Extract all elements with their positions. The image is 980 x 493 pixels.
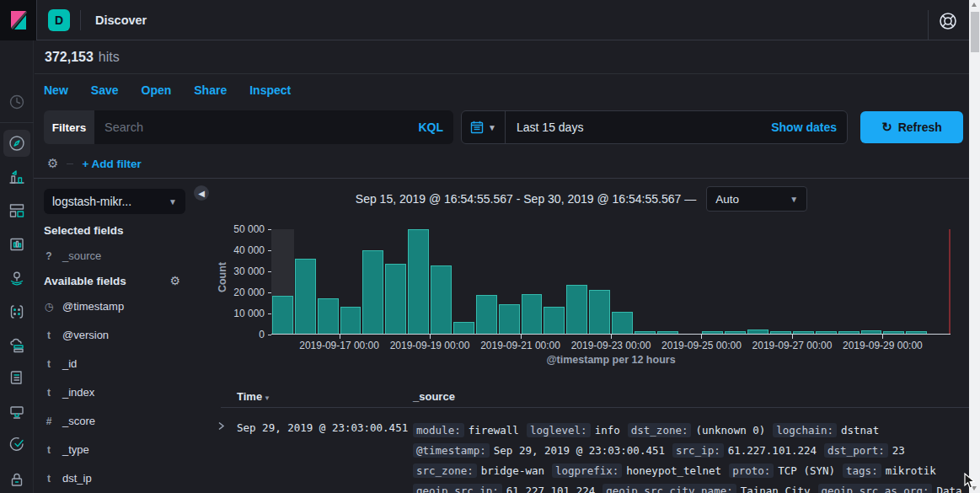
source-field-key: dst_zone: xyxy=(628,423,692,437)
new-button[interactable]: New xyxy=(44,83,68,97)
interval-select[interactable]: Auto ▼ xyxy=(706,186,807,212)
histogram-bar[interactable] xyxy=(544,307,565,334)
histogram-plot[interactable] xyxy=(271,229,951,335)
index-pattern-select[interactable]: logstash-mikr... ▼ xyxy=(44,189,185,214)
source-line: @timestamp:Sep 29, 2019 @ 23:03:00.451sr… xyxy=(413,440,966,460)
sidebar-item-visualize[interactable] xyxy=(3,163,30,190)
histogram-bar[interactable] xyxy=(340,307,361,334)
field-type-icon: # xyxy=(44,415,54,427)
time-range-value[interactable]: Last 15 days xyxy=(506,121,771,134)
kibana-logo-icon xyxy=(8,10,29,30)
field-item-dst_ip[interactable]: tdst_ip xyxy=(44,472,92,485)
sidebar-item-discover[interactable] xyxy=(3,130,30,157)
histogram-bar[interactable] xyxy=(589,290,610,334)
histogram-bar[interactable] xyxy=(657,331,678,334)
recently-viewed-icon[interactable] xyxy=(3,88,30,115)
sidebar-item-maps[interactable] xyxy=(3,265,30,292)
histogram-bar[interactable] xyxy=(861,330,882,334)
chevron-down-icon: ▼ xyxy=(488,123,496,132)
add-filter-button[interactable]: + Add filter xyxy=(82,158,141,170)
expand-row-chevron[interactable] xyxy=(217,421,227,431)
field-item-_score[interactable]: #_score xyxy=(44,415,95,427)
inspect-button[interactable]: Inspect xyxy=(249,83,291,97)
discover-app-badge[interactable]: D xyxy=(48,9,70,31)
histogram-bar[interactable] xyxy=(612,312,633,334)
histogram-bar[interactable] xyxy=(635,331,656,334)
sidebar-item-uptime[interactable] xyxy=(3,431,30,458)
field-settings-gear-icon[interactable]: ⚙ xyxy=(169,274,180,287)
sidebar-item-apm[interactable] xyxy=(3,399,30,426)
histogram-bar[interactable] xyxy=(318,298,339,334)
source-field-value: (unknown 0) xyxy=(695,424,765,437)
field-item-_source[interactable]: ?_source xyxy=(44,249,101,262)
histogram-bar[interactable] xyxy=(453,322,474,334)
histogram-bar[interactable] xyxy=(522,294,543,334)
field-item-_id[interactable]: t_id xyxy=(44,357,77,370)
histogram-bar[interactable] xyxy=(476,295,497,334)
source-field-key: logchain: xyxy=(773,423,837,437)
histogram-bar[interactable] xyxy=(566,285,587,334)
field-item-@version[interactable]: t@version xyxy=(44,329,109,341)
sidebar-item-machine-learning[interactable] xyxy=(3,298,30,325)
refresh-button[interactable]: ↻ Refresh xyxy=(860,111,963,143)
histogram-bar[interactable] xyxy=(747,330,768,335)
show-dates-button[interactable]: Show dates xyxy=(771,121,847,134)
filter-settings-gear-icon[interactable]: ⚙ xyxy=(47,156,58,171)
help-button[interactable] xyxy=(938,11,958,31)
x-tick-label: 2019-09-21 00:00 xyxy=(470,340,571,351)
chevron-down-icon: ▼ xyxy=(169,197,177,206)
sidebar-item-siem[interactable] xyxy=(3,466,30,493)
histogram-bar[interactable] xyxy=(272,296,293,334)
source-field-pair: geoip_src_city_name:Tainan City xyxy=(602,485,810,493)
source-line: geoip_src_ip:61.227.101.224geoip_src_cit… xyxy=(413,480,966,493)
sidebar-item-dashboard[interactable] xyxy=(3,197,30,224)
column-header-source[interactable]: _source xyxy=(413,390,455,403)
histogram-bar[interactable] xyxy=(431,265,452,334)
y-tick-label: 50 000 xyxy=(211,223,265,235)
histogram-bar[interactable] xyxy=(702,331,723,334)
histogram-bar[interactable] xyxy=(385,264,406,334)
histogram-bar[interactable] xyxy=(770,331,791,334)
calendar-dropdown-button[interactable]: ▼ xyxy=(462,111,506,143)
sidebar-item-canvas[interactable] xyxy=(3,231,30,258)
share-button[interactable]: Share xyxy=(194,83,227,97)
row-timestamp: Sep 29, 2019 @ 23:03:00.451 xyxy=(237,421,408,434)
filters-button[interactable]: Filters xyxy=(44,110,94,144)
source-field-pair: geoip_src_ip:61.227.101.224 xyxy=(413,485,595,493)
histogram-bar[interactable] xyxy=(906,331,927,334)
histogram-bar[interactable] xyxy=(725,331,746,334)
source-field-value: 23 xyxy=(892,444,905,457)
filter-bar: ⚙ + Add filter xyxy=(47,156,142,171)
x-tick-mark xyxy=(430,335,431,339)
collapse-sidebar-button[interactable]: ◀ xyxy=(194,185,209,201)
field-type-icon: t xyxy=(44,473,54,485)
histogram-bar[interactable] xyxy=(362,250,383,335)
histogram-bar[interactable] xyxy=(408,229,429,335)
histogram-bar[interactable] xyxy=(883,331,904,334)
field-item-@timestamp[interactable]: ◷@timestamp xyxy=(44,300,124,313)
help-life-ring-icon xyxy=(938,11,958,31)
source-field-key: dst_port: xyxy=(824,443,888,458)
source-field-value: mikrotik xyxy=(886,464,936,477)
scrollbar-thumb[interactable] xyxy=(971,12,979,52)
sidebar-item-logs[interactable] xyxy=(3,364,30,391)
divider xyxy=(928,10,929,40)
search-input[interactable]: Search KQL xyxy=(94,110,453,144)
save-button[interactable]: Save xyxy=(91,83,119,97)
scroll-up-arrow[interactable] xyxy=(972,3,977,7)
histogram-bar[interactable] xyxy=(816,331,837,334)
histogram-bar[interactable] xyxy=(295,259,316,334)
field-type-icon: t xyxy=(44,358,54,370)
source-line: src_zone:bridge-wanlogprefix:honeypot_te… xyxy=(413,460,966,480)
open-button[interactable]: Open xyxy=(142,83,172,97)
histogram-bar[interactable] xyxy=(793,331,814,334)
field-item-_index[interactable]: t_index xyxy=(44,386,94,399)
histogram-bar[interactable] xyxy=(499,304,520,334)
kql-language-button[interactable]: KQL xyxy=(418,121,443,134)
kibana-logo[interactable] xyxy=(0,0,37,40)
field-item-_type[interactable]: t_type xyxy=(44,443,89,456)
histogram-bar[interactable] xyxy=(838,331,860,334)
column-header-time[interactable]: Time xyxy=(237,390,262,403)
scrollbar[interactable] xyxy=(969,0,980,493)
sidebar-item-metrics[interactable] xyxy=(3,332,30,359)
